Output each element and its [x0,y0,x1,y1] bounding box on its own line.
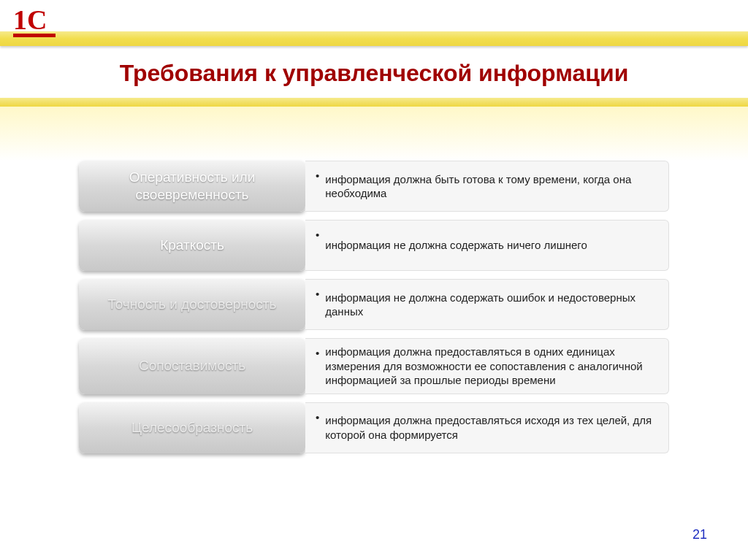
requirement-desc: • информация должна быть готова к тому в… [305,161,669,212]
requirement-row: Точность и достоверность • информация не… [79,279,669,330]
requirement-desc-text: информация не должна содержать ничего ли… [325,238,587,253]
requirement-desc-text: информация не должна содержать ошибок и … [325,291,655,319]
bullet-icon: • [316,169,319,183]
page-number: 21 [692,527,707,542]
slide-title: Требования к управленческой информации [0,60,748,87]
requirement-row: Оперативность или своевременность • инфо… [79,161,669,212]
gradient-fade [0,107,748,161]
requirement-desc-text: информация должна предоставляться в одни… [325,345,655,388]
bullet-icon: • [316,287,319,302]
requirement-row: Краткость • информация не должна содержа… [79,220,669,271]
logo-underline [13,34,56,37]
requirement-label: Целесообразность [79,402,305,453]
requirement-desc-text: информация должна быть готова к тому вре… [325,172,655,201]
bullet-icon: • [316,228,319,242]
requirement-desc: • информация не должна содержать ошибок … [305,279,669,330]
requirement-row: Сопоставимость • информация должна предо… [79,338,669,394]
requirement-desc: • информация должна предоставляться в од… [305,338,669,394]
logo: 1С [13,4,47,36]
requirement-label: Краткость [79,220,305,271]
top-band [0,31,748,46]
requirement-desc-text: информация должна предоставляться исходя… [325,413,655,442]
content-area: Оперативность или своевременность • инфо… [79,161,669,461]
requirement-row: Целесообразность • информация должна пре… [79,402,669,453]
requirement-desc: • информация не должна содержать ничего … [305,220,669,271]
requirement-label: Точность и достоверность [79,279,305,330]
requirement-desc: • информация должна предоставляться исхо… [305,402,669,453]
requirement-label: Оперативность или своевременность [79,161,305,212]
mid-band [0,98,748,107]
bullet-icon: • [316,410,319,425]
bullet-icon: • [316,346,319,361]
requirement-label: Сопоставимость [79,338,305,394]
